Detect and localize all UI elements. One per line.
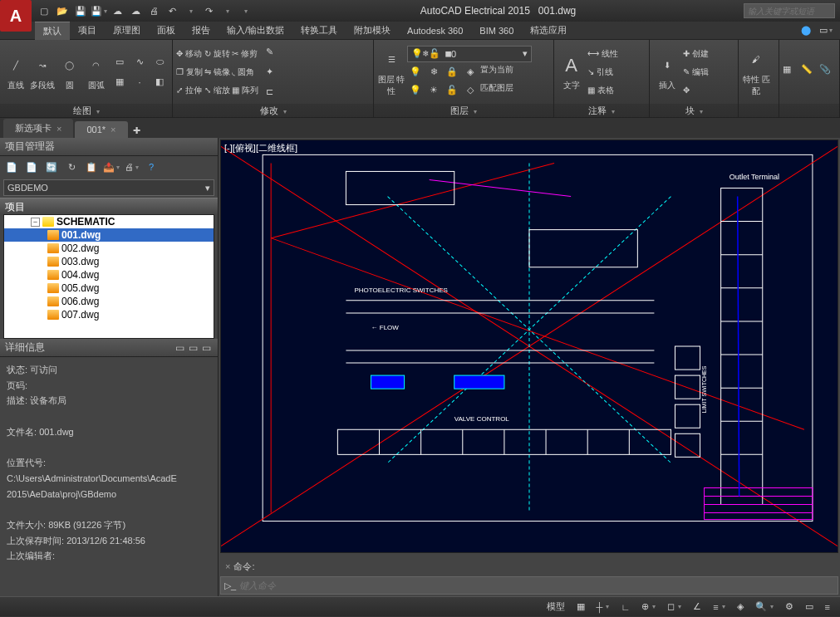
tree-item-004[interactable]: 004.dwg xyxy=(4,268,214,282)
close-icon[interactable]: × xyxy=(56,124,61,134)
measure-icon[interactable]: 📏 xyxy=(801,64,818,81)
table-button[interactable]: ▦ 表格 xyxy=(587,81,618,100)
plot-icon[interactable]: 🖨 xyxy=(146,3,161,18)
details-prev-icon[interactable]: ▭ xyxy=(173,341,186,355)
match-props-button[interactable]: 🖌特性 匹配 xyxy=(742,47,770,97)
search-input[interactable] xyxy=(744,3,835,18)
command-input[interactable] xyxy=(239,580,834,590)
offset-icon[interactable]: ⊏ xyxy=(260,83,278,101)
layer-combo[interactable]: 💡❄🔓 ■ 0▾ xyxy=(407,46,532,62)
pm-sync-icon[interactable]: ↻ xyxy=(63,159,80,175)
clip-icon[interactable]: 📎 xyxy=(819,64,836,81)
tree-item-003[interactable]: 003.dwg xyxy=(4,255,214,268)
fillet-button[interactable]: ◟ 圆角 xyxy=(232,63,258,81)
custom-status-icon[interactable]: ≡ xyxy=(822,600,833,615)
spline-icon[interactable]: ∿ xyxy=(130,53,149,71)
array-button[interactable]: ▦ 阵列 xyxy=(232,81,258,100)
saveas-icon[interactable]: 💾 xyxy=(91,3,106,18)
pm-refresh-icon[interactable]: 🔄 xyxy=(43,159,60,175)
pm-task-icon[interactable]: 📋 xyxy=(83,159,100,175)
file-tab-new[interactable]: 新选项卡× xyxy=(3,119,73,138)
redo-dropdown-icon[interactable] xyxy=(219,3,234,18)
annoscale-icon[interactable]: 🔍 xyxy=(752,600,777,615)
set-current-button[interactable]: 置为当前 xyxy=(480,64,513,81)
polyline-button[interactable]: ↝多段线 xyxy=(30,53,55,91)
add-tab-icon[interactable]: ✚ xyxy=(130,123,145,138)
text-button[interactable]: A文字 xyxy=(558,53,586,91)
arc-button[interactable]: ◠圆弧 xyxy=(84,53,109,91)
ellipse-icon[interactable]: ⬭ xyxy=(150,53,169,71)
layer-on-icon[interactable]: 💡 xyxy=(407,82,424,99)
region-icon[interactable]: ◧ xyxy=(150,73,169,91)
cycle-icon[interactable]: ◈ xyxy=(734,600,747,615)
tab-schematic[interactable]: 原理图 xyxy=(105,22,149,39)
layer-iso-icon[interactable]: ◈ xyxy=(462,64,479,81)
trim-button[interactable]: ✂ 修剪 xyxy=(232,45,258,63)
circle-button[interactable]: ◯圆 xyxy=(57,53,82,91)
cloud-save-icon[interactable]: ☁ xyxy=(128,3,143,18)
tab-convert[interactable]: 转换工具 xyxy=(292,22,346,39)
scale-button[interactable]: ⤡ 缩放 xyxy=(204,81,230,100)
tab-default[interactable]: 默认 xyxy=(35,22,70,40)
layer-uniso-icon[interactable]: ◇ xyxy=(462,82,479,99)
viewport-label[interactable]: [-][俯视][二维线框] xyxy=(224,142,297,154)
layer-thaw-icon[interactable]: ☀ xyxy=(425,82,442,99)
open-icon[interactable]: 📂 xyxy=(55,3,70,18)
rect-icon[interactable]: ▭ xyxy=(111,53,129,71)
layer-freeze-icon[interactable]: ❄ xyxy=(425,64,442,81)
close-icon[interactable]: × xyxy=(225,561,230,571)
attr-icon[interactable]: ✥ xyxy=(683,81,709,100)
file-tab-001[interactable]: 001*× xyxy=(75,121,127,138)
help-icon[interactable]: ⬤ xyxy=(798,23,813,38)
snap-icon[interactable]: ┼ xyxy=(593,600,613,615)
pm-publish-icon[interactable]: 📤 xyxy=(103,159,120,175)
layer-off-icon[interactable]: 💡 xyxy=(407,64,424,81)
new-icon[interactable]: ▢ xyxy=(37,3,52,18)
explode-icon[interactable]: ✦ xyxy=(260,63,278,81)
tree-item-005[interactable]: 005.dwg xyxy=(4,282,214,295)
ortho-icon[interactable]: ∟ xyxy=(617,600,633,615)
project-combo[interactable]: GBDEMO▾ xyxy=(3,179,214,196)
project-tree[interactable]: −SCHEMATIC 001.dwg 002.dwg 003.dwg 004.d… xyxy=(3,214,214,339)
stretch-button[interactable]: ⤢ 拉伸 xyxy=(176,81,203,100)
otrack-icon[interactable]: ∠ xyxy=(690,600,705,615)
group-icon[interactable]: ▦ xyxy=(783,64,799,81)
layer-lock-icon[interactable]: 🔒 xyxy=(444,64,460,81)
grid-icon[interactable]: ▦ xyxy=(573,600,588,615)
dim-linear-button[interactable]: ⟷ 线性 xyxy=(587,45,618,63)
tree-item-002[interactable]: 002.dwg xyxy=(4,242,214,255)
hatch-icon[interactable]: ▦ xyxy=(111,73,129,91)
erase-icon[interactable]: ✎ xyxy=(260,43,278,61)
match-layer-button[interactable]: 匹配图层 xyxy=(480,82,513,99)
tab-featured[interactable]: 精选应用 xyxy=(522,22,575,39)
undo-dropdown-icon[interactable] xyxy=(183,3,198,18)
layer-unlock-icon[interactable]: 🔓 xyxy=(444,82,460,99)
command-line[interactable]: ▷_ xyxy=(220,576,838,595)
tab-io[interactable]: 输入/输出数据 xyxy=(219,22,292,39)
app-logo[interactable]: A xyxy=(0,0,32,32)
workspace-icon[interactable]: ⚙ xyxy=(782,600,797,615)
details-min-icon[interactable]: ▭ xyxy=(199,341,213,355)
tab-project[interactable]: 项目 xyxy=(70,22,105,39)
insert-button[interactable]: ⬇插入 xyxy=(653,53,681,91)
clean-icon[interactable]: ▭ xyxy=(802,600,817,615)
tab-a360[interactable]: Autodesk 360 xyxy=(399,23,471,38)
point-icon[interactable]: ∙ xyxy=(130,73,149,91)
tree-item-006[interactable]: 006.dwg xyxy=(4,295,214,308)
qat-customize-icon[interactable] xyxy=(238,3,253,18)
tree-folder-schematic[interactable]: −SCHEMATIC xyxy=(4,215,214,228)
details-next-icon[interactable]: ▭ xyxy=(186,341,199,355)
tree-item-001[interactable]: 001.dwg xyxy=(4,228,214,242)
pm-help-icon[interactable]: ? xyxy=(143,159,160,175)
save-icon[interactable]: 💾 xyxy=(73,3,88,18)
polar-icon[interactable]: ⊕ xyxy=(638,600,659,615)
pm-plot-icon[interactable]: 🖨 xyxy=(123,159,140,175)
copy-button[interactable]: ❐ 复制 xyxy=(176,63,203,81)
osnap-icon[interactable]: ◻ xyxy=(664,600,685,615)
leader-button[interactable]: ↘ 引线 xyxy=(587,63,618,81)
lweight-icon[interactable]: ≡ xyxy=(710,600,728,615)
model-button[interactable]: 模型 xyxy=(543,600,568,615)
tab-addons[interactable]: 附加模块 xyxy=(346,22,399,39)
cloud-open-icon[interactable]: ☁ xyxy=(110,3,125,18)
rotate-button[interactable]: ↻ 旋转 xyxy=(204,45,230,63)
